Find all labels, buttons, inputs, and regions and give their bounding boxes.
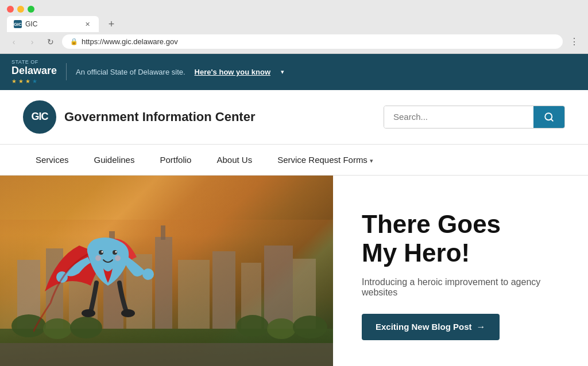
star-icon-4: ★ [32, 78, 37, 84]
search-input[interactable] [384, 106, 533, 128]
back-button[interactable]: ‹ [7, 35, 21, 49]
how-know-caret: ▾ [281, 68, 284, 76]
site-header: GIC Government Information Center [0, 90, 588, 145]
svg-point-27 [115, 251, 117, 253]
svg-point-21 [267, 318, 296, 339]
superhero-character [33, 211, 183, 337]
star-icon-1: ★ [11, 78, 17, 84]
hero-title: There Goes My Hero! [362, 210, 559, 268]
browser-more-button[interactable]: ⋮ [567, 35, 581, 49]
new-tab-button[interactable]: + [103, 16, 119, 32]
hero-subtitle: Introducing a heroic improvement to agen… [362, 277, 559, 298]
tab-title: GIC [25, 20, 37, 28]
nav-link-about[interactable]: About Us [204, 145, 265, 175]
nav-link-services[interactable]: Services [23, 145, 82, 175]
maximize-window-button[interactable] [28, 6, 34, 13]
delaware-banner: State of Delaware ★ ★ ★ ★ An official St… [0, 54, 588, 90]
site-title: Government Information Center [64, 110, 255, 124]
tab-favicon: GIC [14, 20, 22, 28]
svg-rect-12 [212, 251, 235, 329]
svg-point-20 [237, 315, 269, 337]
browser-address-bar: ‹ › ↻ 🔒 https://www.gic.delaware.gov ⋮ [0, 32, 588, 53]
blog-post-cta-button[interactable]: Exciting New Blog Post → [362, 314, 500, 340]
nav-item-services[interactable]: Services [23, 145, 82, 175]
nav-item-about[interactable]: About Us [204, 145, 265, 175]
nav-item-portfolio[interactable]: Portfolio [147, 145, 204, 175]
url-text: https://www.gic.delaware.gov [82, 37, 178, 46]
hero-content: There Goes My Hero! Introducing a heroic… [333, 176, 588, 366]
search-icon [544, 112, 554, 122]
nav-list: Services Guidelines Portfolio About Us S… [23, 145, 565, 175]
delaware-label: Delaware [11, 65, 57, 77]
hero-image [0, 176, 333, 366]
nav-link-guidelines[interactable]: Guidelines [82, 145, 148, 175]
delaware-logo: State of Delaware ★ ★ ★ ★ [11, 60, 57, 84]
forward-button[interactable]: › [25, 35, 39, 49]
svg-point-28 [95, 255, 101, 261]
search-bar [384, 106, 565, 129]
svg-line-1 [551, 119, 552, 120]
gic-logo-badge: GIC [23, 100, 56, 134]
reload-button[interactable]: ↻ [44, 35, 57, 49]
dropdown-caret-icon: ▾ [370, 157, 373, 164]
nav-item-forms[interactable]: Service Request Forms ▾ [265, 145, 386, 175]
svg-point-32 [82, 309, 95, 317]
cta-label: Exciting New Blog Post [376, 322, 472, 332]
close-window-button[interactable] [7, 6, 14, 13]
hero-section: There Goes My Hero! Introducing a heroic… [0, 176, 588, 366]
svg-point-31 [142, 268, 154, 280]
browser-chrome: GIC GIC ✕ + ‹ › ↻ 🔒 https://www.gic.dela… [0, 0, 588, 54]
browser-tab-active[interactable]: GIC GIC ✕ [7, 16, 99, 32]
delaware-stars: ★ ★ ★ ★ [11, 78, 57, 84]
site-nav: Services Guidelines Portfolio About Us S… [0, 145, 588, 176]
browser-traffic-lights [0, 0, 588, 16]
cta-arrow-icon: → [477, 322, 486, 332]
address-field[interactable]: 🔒 https://www.gic.delaware.gov [62, 34, 563, 49]
star-icon-2: ★ [18, 78, 24, 84]
lock-icon: 🔒 [70, 38, 78, 45]
nav-item-guidelines[interactable]: Guidelines [82, 145, 148, 175]
svg-point-29 [115, 255, 121, 261]
svg-point-33 [121, 309, 135, 317]
svg-rect-23 [0, 343, 333, 366]
nav-link-forms[interactable]: Service Request Forms ▾ [265, 145, 386, 175]
search-button[interactable] [533, 106, 564, 128]
website-container: State of Delaware ★ ★ ★ ★ An official St… [0, 54, 588, 366]
browser-tab-bar: GIC GIC ✕ + [0, 16, 588, 32]
site-logo[interactable]: GIC Government Information Center [23, 100, 255, 134]
tab-close-button[interactable]: ✕ [83, 20, 92, 29]
star-icon-3: ★ [25, 78, 30, 84]
svg-point-22 [293, 316, 327, 338]
nav-link-portfolio[interactable]: Portfolio [147, 145, 204, 175]
banner-divider [66, 63, 67, 80]
svg-point-25 [102, 251, 103, 253]
svg-rect-11 [178, 260, 210, 329]
official-text: An official State of Delaware site. [76, 68, 185, 76]
minimize-window-button[interactable] [17, 6, 24, 13]
svg-rect-14 [264, 246, 293, 329]
how-know-link[interactable]: Here's how you know [195, 68, 270, 76]
